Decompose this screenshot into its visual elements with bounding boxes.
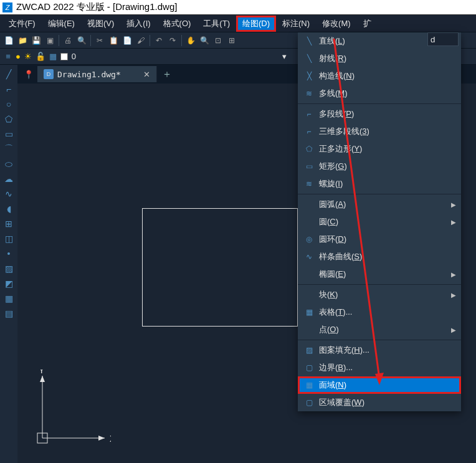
circle-icon[interactable]: ○ xyxy=(2,97,16,111)
menu-ellipse[interactable]: 椭圆(E)▶ xyxy=(298,265,461,283)
menu-polygon[interactable]: ⬠正多边形(Y) xyxy=(298,140,461,158)
app-icon: Z xyxy=(2,2,12,12)
menu-table[interactable]: ▦表格(T)... xyxy=(298,303,461,321)
table-icon: ▦ xyxy=(303,307,315,317)
ucs-indicator: X Y xyxy=(30,370,111,451)
rectangle-icon[interactable]: ▭ xyxy=(2,127,16,141)
gradient-icon[interactable]: ◩ xyxy=(2,277,16,290)
submenu-arrow-icon: ▶ xyxy=(451,271,456,278)
ellipse-arc-icon[interactable]: ◖ xyxy=(2,202,16,216)
spline-icon[interactable]: ∿ xyxy=(2,187,16,201)
table-icon[interactable]: ▤ xyxy=(2,307,16,320)
toolbar-separator xyxy=(181,35,182,46)
menu-3dpoly[interactable]: ⌐三维多段线(3) xyxy=(298,123,461,140)
menu-file[interactable]: 文件(F) xyxy=(2,16,42,32)
menu-hatch[interactable]: ▨图案填充(H)... xyxy=(298,341,461,359)
print-icon[interactable]: 🖨 xyxy=(62,34,74,47)
spline-icon: ∿ xyxy=(303,252,315,262)
menu-wipeout[interactable]: ▢区域覆盖(W) xyxy=(298,394,461,411)
svg-marker-3 xyxy=(40,376,45,382)
copy-icon[interactable]: 📋 xyxy=(107,34,120,47)
polygon-icon[interactable]: ⬠ xyxy=(2,112,16,126)
arc-icon xyxy=(303,199,315,209)
zoom-icon[interactable]: 🔍 xyxy=(198,34,211,47)
point-icon[interactable]: • xyxy=(2,247,16,260)
menu-more[interactable]: 扩 xyxy=(357,16,378,32)
menu-spline[interactable]: ∿样条曲线(S) xyxy=(298,248,461,265)
point-icon xyxy=(303,325,315,335)
block-insert-icon[interactable]: ⊞ xyxy=(2,217,16,231)
saveall-icon[interactable]: ▣ xyxy=(44,34,56,47)
menu-xline[interactable]: ╳构造线(N) xyxy=(298,67,461,85)
submenu-arrow-icon: ▶ xyxy=(451,219,456,226)
menu-helix[interactable]: ≋螺旋(I) xyxy=(298,175,461,193)
pin-icon[interactable]: 📍 xyxy=(20,70,37,79)
menu-region[interactable]: ▦面域(N) xyxy=(298,376,461,394)
menu-block[interactable]: 块(K)▶ xyxy=(298,286,461,303)
menu-point[interactable]: 点(O)▶ xyxy=(298,321,461,338)
menu-draw[interactable]: 绘图(D) xyxy=(236,16,276,32)
menu-boundary[interactable]: ▢边界(B)... xyxy=(298,359,461,376)
menu-rectangle[interactable]: ▭矩形(G) xyxy=(298,158,461,175)
menu-insert[interactable]: 插入(I) xyxy=(120,16,156,32)
menu-ray[interactable]: ╲射线(R) xyxy=(298,50,461,67)
xline-icon: ╳ xyxy=(303,71,315,81)
paste-icon[interactable]: 📄 xyxy=(121,34,133,47)
match-icon[interactable]: 🖌 xyxy=(135,34,147,47)
ellipse-icon[interactable]: ⬭ xyxy=(2,157,16,171)
rect-icon: ▭ xyxy=(303,161,315,171)
toolbar-separator xyxy=(90,35,91,46)
boundary-icon: ▢ xyxy=(303,363,315,373)
undo-icon[interactable]: ↶ xyxy=(153,34,165,47)
hatch-icon[interactable]: ▨ xyxy=(2,262,16,275)
menu-line[interactable]: ╲直线(L) xyxy=(298,32,461,50)
menu-separator xyxy=(298,284,461,285)
donut-icon: ◎ xyxy=(303,234,315,244)
sun-icon: ☀ xyxy=(24,52,32,61)
ellipse-icon xyxy=(303,269,315,279)
zoom-extents-icon[interactable]: ⊡ xyxy=(212,34,224,47)
draw-dropdown-menu: ╲直线(L) ╲射线(R) ╳构造线(N) ≋多线(M) ⌐多段线(P) ⌐三维… xyxy=(298,32,461,411)
menu-dimension[interactable]: 标注(N) xyxy=(276,16,316,32)
menu-tools[interactable]: 工具(T) xyxy=(197,16,236,32)
region-icon[interactable]: ▦ xyxy=(2,292,16,305)
pline-icon: ⌐ xyxy=(303,109,315,119)
menu-circle[interactable]: 圆(C)▶ xyxy=(298,213,461,231)
revcloud-icon[interactable]: ☁ xyxy=(2,172,16,186)
menu-mline[interactable]: ≋多线(M) xyxy=(298,85,461,102)
region-icon: ▦ xyxy=(303,380,315,390)
zoom-window-icon[interactable]: ⊞ xyxy=(226,34,238,47)
svg-text:Y: Y xyxy=(39,370,45,375)
line-icon: ╲ xyxy=(303,36,315,46)
3dpoly-icon: ⌐ xyxy=(303,126,315,136)
document-tab[interactable]: D Drawing1.dwg* ✕ xyxy=(37,66,157,82)
redo-icon[interactable]: ↷ xyxy=(166,34,179,47)
pan-icon[interactable]: ✋ xyxy=(184,34,197,47)
layer-name: 0 xyxy=(72,52,76,61)
menu-edit[interactable]: 编辑(E) xyxy=(42,16,81,32)
submenu-arrow-icon: ▶ xyxy=(451,201,456,208)
helix-icon: ≋ xyxy=(303,179,315,189)
arc-icon[interactable]: ⌒ xyxy=(2,142,16,156)
menu-view[interactable]: 视图(V) xyxy=(81,16,120,32)
preview-icon[interactable]: 🔍 xyxy=(75,34,88,47)
block-make-icon[interactable]: ◫ xyxy=(2,232,16,246)
menu-arc[interactable]: 圆弧(A)▶ xyxy=(298,196,461,213)
new-icon[interactable]: 📄 xyxy=(2,34,15,47)
menu-modify[interactable]: 修改(M) xyxy=(316,16,357,32)
menu-separator xyxy=(298,340,461,340)
close-icon[interactable]: ✕ xyxy=(143,70,150,79)
open-icon[interactable]: 📁 xyxy=(16,34,29,47)
menu-donut[interactable]: ◎圆环(D) xyxy=(298,231,461,248)
menu-format[interactable]: 格式(O) xyxy=(157,16,198,32)
layer-color-swatch xyxy=(60,53,68,60)
line-icon[interactable]: ╱ xyxy=(2,67,16,81)
menu-bar: 文件(F) 编辑(E) 视图(V) 插入(I) 格式(O) 工具(T) 绘图(D… xyxy=(0,15,476,32)
add-tab-icon[interactable]: ＋ xyxy=(157,68,177,81)
save-icon[interactable]: 💾 xyxy=(30,34,42,47)
polyline-icon[interactable]: ⌐ xyxy=(2,82,16,96)
menu-pline[interactable]: ⌐多段线(P) xyxy=(298,105,461,123)
layer-manager-icon[interactable]: ≡ xyxy=(2,51,14,62)
cut-icon[interactable]: ✂ xyxy=(93,34,106,47)
toolbar-separator xyxy=(150,35,150,46)
